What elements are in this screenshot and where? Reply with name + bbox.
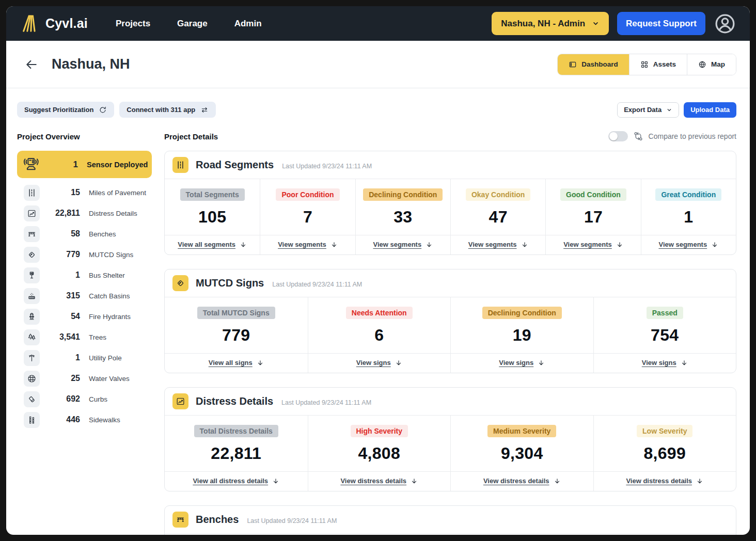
sidewalk-icon: [24, 412, 40, 428]
project-details-heading: Project Details: [164, 132, 218, 141]
connect-311-label: Connect with 311 app: [127, 106, 195, 114]
view-link-total-segments[interactable]: View all segments: [178, 241, 235, 248]
stat-badge: Total MUTCD Signs: [197, 307, 275, 319]
sidebar-item-catch-basins[interactable]: 315Catch Basins: [17, 285, 152, 306]
catch-basin-icon: [24, 288, 40, 304]
item-count: 1: [41, 160, 78, 170]
tab-dashboard[interactable]: Dashboard: [558, 54, 629, 75]
item-count: 25: [40, 374, 80, 383]
suggest-prioritization-button[interactable]: Suggest Prioritization: [17, 102, 114, 118]
upload-data-button[interactable]: Upload Data: [684, 102, 736, 118]
item-count: 779: [40, 250, 80, 259]
mutcd-sign-icon: [24, 247, 40, 263]
sidebar-item-distress-details[interactable]: 22,811Distress Details: [17, 203, 152, 224]
link-cell: View distress details: [308, 472, 451, 491]
view-link-declining-condition[interactable]: View signs: [499, 359, 533, 367]
stat-needs-attention: Needs Attention6: [308, 297, 451, 353]
view-link-total-distress-details[interactable]: View all distress details: [193, 477, 268, 485]
brand-logo[interactable]: Cyvl.ai: [21, 14, 88, 34]
view-link-medium-severity[interactable]: View distress details: [483, 477, 549, 485]
arrow-down-icon: [554, 478, 561, 485]
sidebar-item-mutcd-signs[interactable]: 779MUTCD Signs: [17, 244, 152, 265]
arrow-down-icon: [711, 241, 718, 248]
overview-list: 1Sensor Deployed15Miles of Pavement22,81…: [17, 151, 152, 535]
user-avatar-icon[interactable]: [714, 12, 736, 35]
stat-value: 17: [550, 208, 636, 227]
view-link-good-condition[interactable]: View segments: [563, 241, 612, 248]
stat-value: 8,699: [598, 444, 732, 463]
item-label: Water Valves: [89, 375, 130, 383]
card-updated: Last Updated 9/23/24 11:11 AM: [272, 281, 362, 288]
item-label: Utility Pole: [89, 354, 122, 362]
view-link-high-severity[interactable]: View distress details: [340, 477, 406, 485]
arrow-down-icon: [681, 359, 688, 367]
item-count: 58: [40, 229, 80, 238]
stat-badge: High Severity: [351, 425, 408, 437]
stat-value: 105: [169, 208, 256, 227]
item-count: 446: [40, 415, 80, 424]
view-link-declining-condition[interactable]: View segments: [373, 241, 421, 248]
link-cell: View all segments: [165, 235, 260, 254]
refresh-icon: [99, 106, 107, 114]
sidebar-item-curbs[interactable]: 692Curbs: [17, 389, 152, 409]
stat-total-mutcd-signs: Total MUTCD Signs779: [165, 297, 308, 353]
tree-icon: [24, 329, 40, 345]
sidebar-item-sensor-deployed[interactable]: 1Sensor Deployed: [17, 151, 152, 178]
view-link-total-mutcd-signs[interactable]: View all signs: [209, 359, 253, 367]
item-label: Sensor Deployed: [87, 161, 148, 169]
view-link-okay-condition[interactable]: View segments: [468, 241, 517, 248]
view-link-great-condition[interactable]: View segments: [658, 241, 707, 248]
content: Suggest Prioritization Connect with 311 …: [6, 88, 750, 535]
view-link-poor-condition[interactable]: View segments: [278, 241, 326, 248]
tab-map[interactable]: Map: [687, 54, 736, 75]
view-link-needs-attention[interactable]: View signs: [356, 359, 391, 367]
compare-toggle[interactable]: [608, 131, 628, 141]
page-title: Nashua, NH: [52, 56, 130, 72]
view-link-low-severity[interactable]: View distress details: [626, 477, 692, 485]
view-link-passed[interactable]: View signs: [642, 359, 676, 367]
swap-arrows-icon: [200, 106, 209, 114]
arrow-down-icon: [521, 241, 528, 248]
tab-label: Map: [711, 60, 725, 68]
tab-assets[interactable]: Assets: [629, 54, 687, 75]
request-support-button[interactable]: Request Support: [617, 12, 705, 35]
stat-low-severity: Low Severity8,699: [593, 416, 736, 471]
back-arrow-icon[interactable]: [25, 58, 38, 71]
stat-badge: Poor Condition: [276, 188, 339, 201]
main-area: 1Sensor Deployed15Miles of Pavement22,81…: [17, 151, 736, 535]
link-cell: View segments: [545, 235, 640, 254]
stat-total-segments: Total Segments105: [165, 179, 260, 235]
suggest-prioritization-label: Suggest Prioritization: [24, 106, 93, 114]
item-label: Catch Basins: [89, 292, 130, 300]
sidebar-item-miles-of-pavement[interactable]: 15Miles of Pavement: [17, 182, 152, 203]
sidebar-item-fire-hydrants[interactable]: 54Fire Hydrants: [17, 306, 152, 327]
nav-link-garage[interactable]: Garage: [177, 19, 208, 29]
stat-badge: Okay Condition: [466, 188, 530, 201]
export-data-button[interactable]: Export Data: [617, 102, 679, 118]
sidebar-item-bus-shelter[interactable]: 1Bus Shelter: [17, 265, 152, 285]
sidebar-item-trees[interactable]: 3,541Trees: [17, 327, 152, 347]
distress-icon: [172, 393, 188, 409]
card-updated: Last Updated 9/23/24 11:11 AM: [282, 163, 372, 170]
connect-311-button[interactable]: Connect with 311 app: [119, 102, 216, 118]
utility-pole-icon: [24, 350, 40, 366]
link-cell: View all signs: [165, 354, 308, 373]
map-globe-icon: [698, 60, 706, 69]
link-cell: View segments: [260, 235, 355, 254]
stat-badge: Needs Attention: [346, 307, 413, 319]
nav-link-projects[interactable]: Projects: [116, 19, 150, 29]
stat-value: 47: [455, 208, 541, 227]
data-actions: Export Data Upload Data: [617, 102, 736, 118]
nav-link-admin[interactable]: Admin: [234, 19, 262, 29]
stat-good-condition: Good Condition17: [545, 179, 640, 235]
item-label: Sidewalks: [89, 416, 120, 424]
item-label: Curbs: [89, 395, 107, 403]
sidebar-item-sidewalks[interactable]: 446Sidewalks: [17, 409, 152, 430]
toggle-knob: [609, 132, 618, 140]
sidebar-item-utility-pole[interactable]: 1Utility Pole: [17, 347, 152, 368]
stat-declining-condition: Declining Condition33: [355, 179, 450, 235]
stat-great-condition: Great Condition1: [641, 179, 736, 235]
sidebar-item-benches[interactable]: 58Benches: [17, 224, 152, 244]
org-selector-button[interactable]: Nashua, NH - Admin: [492, 12, 609, 35]
sidebar-item-water-valves[interactable]: 25Water Valves: [17, 368, 152, 389]
